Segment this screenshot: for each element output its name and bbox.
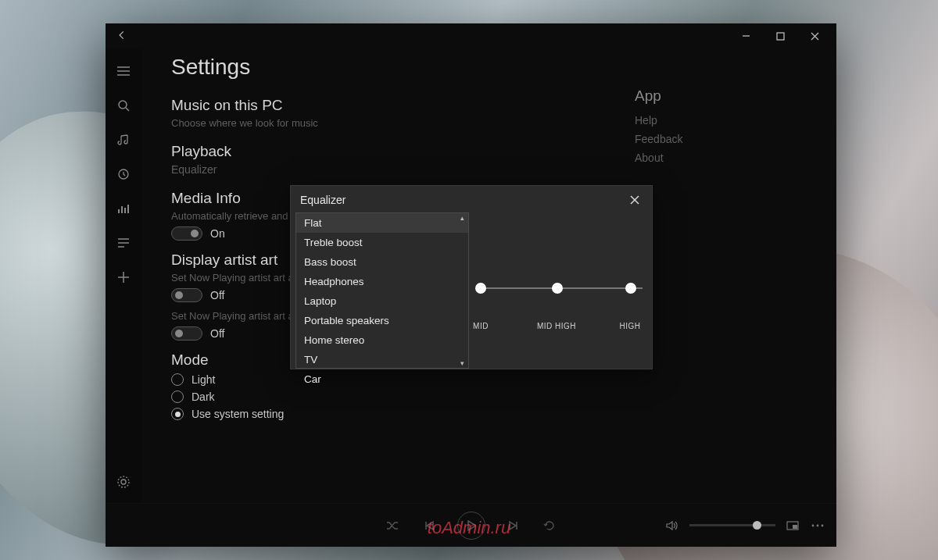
add-icon[interactable] [106,267,141,287]
next-icon[interactable] [506,518,521,533]
eq-option-homestereo[interactable]: Home stereo [296,330,468,350]
back-button[interactable] [106,30,138,43]
svg-rect-13 [127,205,129,213]
play-button[interactable] [457,512,485,540]
equalizer-title: Equalizer [300,194,345,206]
scroll-down-icon[interactable]: ▾ [457,359,467,367]
maximize-button[interactable] [763,23,797,48]
svg-point-25 [822,524,824,526]
svg-line-8 [126,108,129,111]
artistart-toggle2-label: Off [210,327,224,340]
more-icon[interactable] [810,518,825,533]
app-link-feedback[interactable]: Feedback [635,133,807,145]
section-music-subtitle: Choose where we look for music [171,117,635,129]
search-icon[interactable] [106,95,141,116]
slider-thumb-midhigh[interactable] [552,283,563,294]
miniplayer-icon[interactable] [785,518,800,533]
svg-point-24 [817,524,819,526]
minimize-button[interactable] [729,23,763,48]
eq-option-laptop[interactable]: Laptop [296,291,468,311]
slider-thumb-mid[interactable] [475,283,486,294]
svg-rect-12 [124,208,126,213]
equalizer-sliders: MID MID HIGH HIGH [469,212,652,369]
slider-label-mid: MID [457,322,504,330]
eq-option-treble[interactable]: Treble boost [296,233,468,252]
artistart-toggle-2[interactable] [171,326,202,341]
eq-option-tv[interactable]: TV [296,350,468,369]
equalizer-close-button[interactable] [627,192,643,208]
svg-rect-1 [777,33,784,40]
hamburger-icon[interactable] [106,61,141,81]
slider-label-high: HIGH [607,322,653,330]
app-panel-title: App [635,87,807,105]
section-music-title: Music on this PC [171,97,635,114]
scroll-up-icon[interactable]: ▴ [457,214,467,222]
shuffle-icon[interactable] [385,518,401,533]
settings-gear-icon[interactable] [106,472,141,492]
equalizer-dialog: Equalizer ▴ Flat Treble boost Bass boost… [290,185,653,369]
volume-slider[interactable] [689,524,775,526]
playbar [106,503,836,547]
sidebar [106,48,141,503]
svg-rect-11 [121,206,123,213]
artistart-toggle-1[interactable] [171,288,202,302]
mode-option-dark[interactable]: Dark [171,391,635,403]
repeat-icon[interactable] [542,518,557,533]
app-link-about[interactable]: About [635,152,807,164]
mode-option-system[interactable]: Use system setting [171,408,635,420]
now-playing-icon[interactable] [106,198,141,219]
slider-thumb-high[interactable] [625,283,636,294]
page-title: Settings [171,55,635,80]
eq-option-car[interactable]: Car [296,369,468,389]
svg-rect-10 [118,209,120,213]
titlebar [106,23,836,48]
svg-rect-22 [793,525,797,529]
eq-option-headphones[interactable]: Headphones [296,272,468,291]
music-icon[interactable] [106,130,141,150]
playlists-icon[interactable] [106,233,141,253]
section-playback-title: Playback [171,143,635,160]
close-button[interactable] [797,23,832,48]
eq-option-bass[interactable]: Bass boost [296,252,468,272]
svg-point-23 [812,524,814,526]
mediainfo-toggle-label: On [210,227,225,240]
artistart-toggle1-label: Off [210,289,224,301]
svg-point-20 [118,476,129,487]
app-link-help[interactable]: Help [635,114,807,127]
svg-point-7 [119,101,127,109]
volume-icon[interactable] [664,518,680,533]
eq-option-flat[interactable]: Flat [296,213,468,233]
eq-option-portable[interactable]: Portable speakers [296,311,468,330]
previous-icon[interactable] [421,518,437,533]
mediainfo-toggle[interactable] [171,226,202,241]
slider-label-midhigh: MID HIGH [533,322,580,330]
equalizer-preset-dropdown[interactable]: ▴ Flat Treble boost Bass boost Headphone… [295,212,469,369]
equalizer-link[interactable]: Equalizer [171,163,635,176]
recent-icon[interactable] [106,164,141,184]
svg-point-19 [121,480,126,484]
